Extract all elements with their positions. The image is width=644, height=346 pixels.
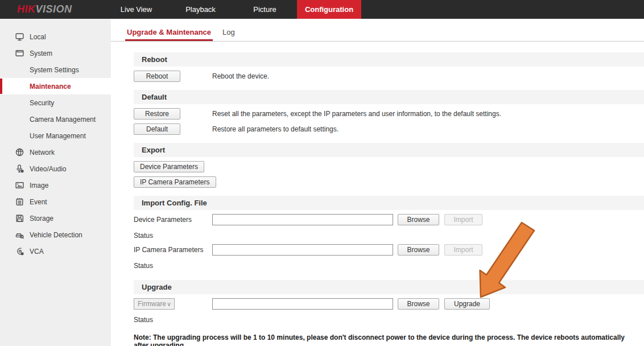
- sidebar-item-label: VCA: [30, 248, 44, 256]
- default-row: Default Restore all parameters to defaul…: [134, 123, 644, 135]
- storage-icon: [15, 213, 24, 223]
- upgrade-button[interactable]: Upgrade: [444, 298, 490, 310]
- section-title: Reboot: [142, 55, 167, 64]
- sidebar-item-storage[interactable]: Storage: [0, 210, 111, 226]
- upgrade-row: Firmware ∨ Browse Upgrade: [134, 298, 644, 310]
- ipcam-import-button[interactable]: Import: [444, 244, 482, 256]
- sidebar-item-label: Network: [30, 149, 55, 156]
- vca-icon: [15, 246, 24, 256]
- sidebar-item-image[interactable]: Image: [0, 177, 111, 193]
- window-icon: [15, 48, 24, 58]
- tab-log[interactable]: Log: [221, 28, 237, 41]
- maintenance-sections: Reboot Reboot Reboot the device. Default…: [111, 42, 644, 346]
- device-import-button[interactable]: Import: [444, 214, 482, 225]
- sidebar-item-label: Maintenance: [30, 83, 71, 90]
- reboot-button[interactable]: Reboot: [134, 71, 180, 82]
- firmware-browse-button[interactable]: Browse: [398, 298, 439, 310]
- import-device-row: Device Parameters Browse Import: [134, 214, 644, 225]
- sidebar-item-vehicle-detection[interactable]: Vehicle Detection: [0, 226, 111, 243]
- sidebar-item-label: System Settings: [30, 66, 79, 74]
- export-device-row: Device Parameters: [134, 161, 644, 172]
- content-tabbar: Upgrade & Maintenance Log: [111, 19, 644, 42]
- microphone-icon: [15, 164, 24, 174]
- logo-hik-text: HIK: [17, 3, 36, 15]
- section-title: Import Config. File: [142, 199, 207, 207]
- sidebar-item-label: Vehicle Detection: [30, 231, 82, 239]
- logo-vision-text: VISION: [36, 3, 72, 15]
- sidebar-item-label: User Management: [30, 132, 86, 140]
- event-icon: [15, 197, 24, 207]
- sidebar-item-label: System: [30, 50, 52, 57]
- firmware-type-select[interactable]: Firmware ∨: [134, 298, 175, 310]
- nav-playback[interactable]: Playback: [168, 0, 233, 19]
- sidebar-item-label: Local: [30, 33, 46, 41]
- section-title: Default: [142, 93, 167, 101]
- sidebar-item-local[interactable]: Local: [0, 28, 111, 45]
- sidebar-item-user-management[interactable]: User Management: [0, 127, 111, 144]
- sidebar-item-vca[interactable]: VCA: [0, 243, 111, 260]
- ipcam-import-status-label: Status: [134, 262, 644, 270]
- export-ip-camera-parameters-button[interactable]: IP Camera Parameters: [134, 176, 216, 188]
- section-header-import: Import Config. File: [134, 196, 644, 210]
- sidebar-item-security[interactable]: Security: [0, 94, 111, 111]
- restore-description: Reset all the parameters, except the IP …: [212, 110, 501, 118]
- section-title: Upgrade: [142, 283, 172, 291]
- section-header-export: Export: [134, 143, 644, 157]
- sidebar-item-system-settings[interactable]: System Settings: [0, 61, 111, 78]
- reboot-description: Reboot the device.: [212, 72, 269, 80]
- restore-button[interactable]: Restore: [134, 108, 180, 120]
- upgrade-note: Note: The upgrading process will be 1 to…: [134, 333, 644, 346]
- upgrade-status-label: Status: [134, 316, 644, 324]
- sidebar-item-label: Security: [30, 99, 54, 107]
- device-parameters-input[interactable]: [212, 214, 393, 225]
- tab-upgrade-maintenance[interactable]: Upgrade & Maintenance: [125, 28, 213, 41]
- firmware-file-input[interactable]: [212, 298, 393, 310]
- device-import-status-label: Status: [134, 232, 644, 240]
- device-browse-button[interactable]: Browse: [398, 214, 439, 225]
- globe-icon: [15, 147, 24, 157]
- main-content: Upgrade & Maintenance Log Reboot Reboot …: [111, 19, 644, 346]
- chevron-down-icon: ∨: [167, 300, 171, 308]
- nav-configuration[interactable]: Configuration: [297, 0, 361, 19]
- sidebar-item-video-audio[interactable]: Video/Audio: [0, 160, 111, 177]
- export-device-parameters-button[interactable]: Device Parameters: [134, 161, 204, 172]
- section-header-default: Default: [134, 90, 644, 104]
- sidebar-item-label: Event: [30, 198, 47, 206]
- sidebar-item-event[interactable]: Event: [0, 193, 111, 210]
- top-nav: HIKVISION Live View Playback Picture Con…: [0, 0, 644, 19]
- default-button[interactable]: Default: [134, 123, 180, 135]
- sidebar-item-system[interactable]: System: [0, 45, 111, 61]
- nav-live-view[interactable]: Live View: [104, 0, 168, 19]
- section-title: Export: [142, 146, 165, 154]
- device-parameters-label: Device Parameters: [134, 216, 212, 224]
- image-icon: [15, 180, 24, 190]
- ip-camera-parameters-label: IP Camera Parameters: [134, 246, 212, 254]
- sidebar-item-label: Image: [30, 182, 48, 190]
- reboot-row: Reboot Reboot the device.: [134, 71, 644, 82]
- hikvision-logo: HIKVISION: [17, 0, 72, 19]
- sidebar-item-label: Storage: [30, 215, 53, 223]
- section-header-reboot: Reboot: [134, 52, 644, 67]
- vehicle-detection-icon: [15, 230, 24, 240]
- import-ipcam-row: IP Camera Parameters Browse Import: [134, 244, 644, 256]
- hikvision-config-page: { "colors": { "brand_red": "#c5142c", "n…: [0, 0, 644, 346]
- default-description: Restore all parameters to default settin…: [212, 125, 338, 133]
- nav-picture[interactable]: Picture: [233, 0, 297, 19]
- ipcam-browse-button[interactable]: Browse: [398, 244, 439, 256]
- section-header-upgrade: Upgrade: [134, 280, 644, 294]
- main-nav: Live View Playback Picture Configuration: [104, 0, 361, 19]
- sidebar-item-maintenance[interactable]: Maintenance: [0, 78, 111, 94]
- sidebar-item-label: Camera Management: [30, 116, 96, 123]
- sidebar: Local System System Settings Maintenance…: [0, 19, 111, 346]
- firmware-type-value: Firmware: [138, 300, 166, 308]
- restore-row: Restore Reset all the parameters, except…: [134, 108, 644, 120]
- sidebar-item-network[interactable]: Network: [0, 144, 111, 160]
- sidebar-item-camera-management[interactable]: Camera Management: [0, 111, 111, 127]
- export-ipcam-row: IP Camera Parameters: [134, 176, 644, 188]
- monitor-icon: [15, 32, 24, 42]
- ip-camera-parameters-input[interactable]: [212, 244, 393, 256]
- sidebar-item-label: Video/Audio: [30, 165, 67, 173]
